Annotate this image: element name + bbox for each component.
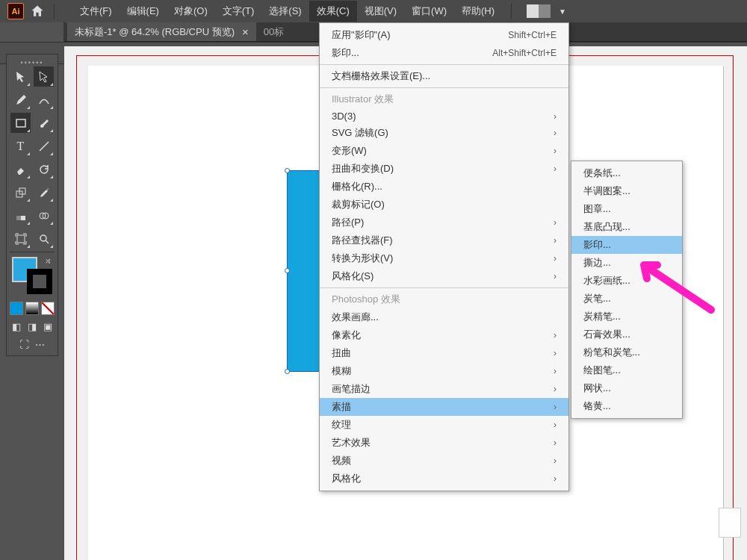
draw-behind-icon[interactable]: ◨ [25,320,39,333]
none-mode[interactable] [41,302,55,315]
chevron-down-icon[interactable]: ▼ [559,7,566,16]
menu-item[interactable]: 像素化› [320,326,568,344]
menu-view[interactable]: 视图(V) [357,1,404,22]
submenu-item[interactable]: 水彩画纸... [571,272,682,290]
menu-item[interactable]: SVG 滤镜(G)› [320,124,568,142]
swap-icon[interactable]: ⤭ [45,257,51,265]
sketch-submenu: 便条纸...半调图案...图章...基底凸现...影印...撕边...水彩画纸.… [571,161,683,419]
menu-item[interactable]: 文档栅格效果设置(E)... [320,67,568,85]
menu-item[interactable]: 风格化› [320,470,568,488]
menu-item[interactable]: 纹理› [320,416,568,434]
submenu-item[interactable]: 铬黄... [571,397,682,415]
submenu-item[interactable]: 炭笔... [571,290,682,308]
fill-stroke-swatches[interactable]: ⤭ [12,257,52,294]
selection-handle[interactable] [285,268,290,273]
submenu-item[interactable]: 炭精笔... [571,308,682,326]
pen-tool[interactable] [10,90,31,110]
menu-item: Photoshop 效果 [320,290,568,308]
menu-item[interactable]: 转换为形状(V)› [320,249,568,267]
menu-help[interactable]: 帮助(H) [454,1,502,22]
color-mode[interactable] [10,302,23,315]
submenu-item[interactable]: 基底凸现... [571,218,682,236]
svg-rect-0 [16,119,25,127]
eyedropper-tool[interactable] [34,182,54,202]
menu-item[interactable]: 3D(3)› [320,108,568,124]
menu-file[interactable]: 文件(F) [72,1,120,22]
chevron-right-icon: › [554,271,557,281]
menu-item[interactable]: 路径(P)› [320,214,568,231]
draw-normal-icon[interactable]: ◧ [10,320,23,333]
menu-window[interactable]: 窗口(W) [404,1,454,22]
menu-item[interactable]: 扭曲和变换(D)› [320,160,568,178]
menu-edit[interactable]: 编辑(E) [120,1,167,22]
menu-item[interactable]: 模糊› [320,362,568,380]
menu-item[interactable]: 裁剪标记(O) [320,196,568,214]
submenu-item[interactable]: 粉笔和炭笔... [571,343,682,361]
chevron-right-icon: › [554,146,557,156]
floating-panel[interactable] [719,508,741,538]
selection-handle[interactable] [285,369,290,374]
close-icon[interactable]: × [242,25,249,38]
submenu-item[interactable]: 撕边... [571,254,682,272]
submenu-item[interactable]: 影印... [571,236,682,254]
direct-selection-tool[interactable] [34,66,54,87]
svg-line-1 [40,142,49,151]
menu-item[interactable]: 变形(W)› [320,142,568,160]
menu-item[interactable]: 画笔描边› [320,380,568,398]
menu-item[interactable]: 艺术效果› [320,434,568,452]
draw-inside-icon[interactable]: ▣ [41,320,55,333]
scale-tool[interactable] [10,182,31,202]
eraser-tool[interactable] [10,159,31,179]
menu-select[interactable]: 选择(S) [261,1,309,22]
tab-label: 未标题-1* @ 64.2% (RGB/CPU 预览) [75,25,235,39]
submenu-item[interactable]: 石膏效果... [571,326,682,343]
selection-tool[interactable] [10,66,31,87]
chevron-right-icon: › [554,455,557,466]
line-tool[interactable] [34,136,54,156]
menu-item[interactable]: 应用"影印"(A)Shift+Ctrl+E [320,26,568,44]
edit-toolbar-icon[interactable]: ⋯ [34,337,47,351]
tab-inactive-document[interactable]: 00标 [256,22,291,41]
submenu-item[interactable]: 绘图笔... [571,361,682,379]
gradient-mode[interactable] [25,302,39,315]
menu-item: Illustrator 效果 [320,90,568,108]
artboard-tool[interactable] [10,228,31,249]
menu-item[interactable]: 素描› [320,398,568,416]
type-tool[interactable]: T [10,136,31,156]
rectangle-tool[interactable] [10,113,31,133]
chevron-right-icon: › [554,402,557,412]
paintbrush-tool[interactable] [34,113,54,133]
menu-item[interactable]: 影印...Alt+Shift+Ctrl+E [320,44,568,62]
menu-item[interactable]: 效果画廊... [320,308,568,326]
menu-object[interactable]: 对象(O) [167,1,215,22]
stroke-swatch[interactable] [27,269,52,294]
home-icon[interactable] [30,4,45,19]
menu-item[interactable]: 路径查找器(F)› [320,231,568,249]
svg-rect-5 [16,216,21,220]
menu-item[interactable]: 视频› [320,452,568,470]
chevron-right-icon: › [554,438,557,448]
svg-rect-8 [17,235,25,243]
submenu-item[interactable]: 网状... [571,379,682,397]
menu-item[interactable]: 栅格化(R)... [320,178,568,196]
workspace-switcher-icon[interactable] [527,4,551,18]
chevron-right-icon: › [554,164,557,174]
panel-grip[interactable]: •••••• [10,59,55,63]
curvature-tool[interactable] [34,90,54,110]
screen-mode-icon[interactable]: ⛶ [18,337,31,351]
submenu-item[interactable]: 图章... [571,200,682,218]
zoom-tool[interactable] [34,228,54,249]
submenu-item[interactable]: 便条纸... [571,164,682,182]
rotate-tool[interactable] [34,159,54,179]
menu-item[interactable]: 扭曲› [320,344,568,362]
menu-effect[interactable]: 效果(C) [309,1,357,22]
gradient-tool[interactable] [10,205,31,225]
chevron-right-icon: › [554,420,557,430]
selection-handle[interactable] [285,168,290,173]
menu-type[interactable]: 文字(T) [215,1,262,22]
shape-builder-tool[interactable] [34,205,54,225]
submenu-item[interactable]: 半调图案... [571,182,682,200]
menu-item[interactable]: 风格化(S)› [320,267,568,285]
chevron-right-icon: › [554,473,557,484]
tab-active-document[interactable]: 未标题-1* @ 64.2% (RGB/CPU 预览) × [67,22,256,41]
